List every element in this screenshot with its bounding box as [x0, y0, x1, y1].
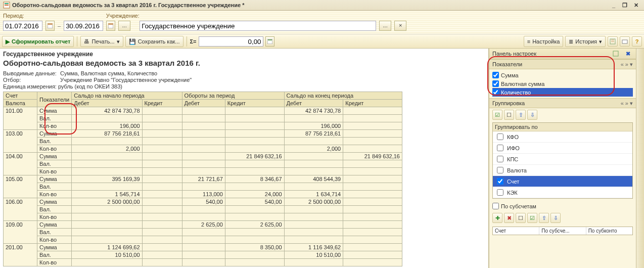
value-cell [284, 236, 343, 244]
group-label: КЭК [507, 190, 518, 196]
uncheck-all-icon[interactable]: ☐ [504, 110, 514, 120]
toggle2-icon[interactable]: ☑ [527, 213, 537, 223]
indicators-section-header[interactable]: Показатели « » ▾ [489, 59, 636, 69]
group-item[interactable]: КФО [493, 131, 632, 143]
value-cell [284, 221, 343, 229]
value-cell [182, 160, 225, 168]
institution-clear-button[interactable]: × [394, 21, 406, 31]
institution-input[interactable] [140, 21, 376, 31]
list-icon: ≣ [569, 38, 573, 45]
value-cell [72, 115, 142, 122]
scrollbar[interactable] [636, 49, 644, 268]
group-checkbox[interactable] [497, 156, 503, 162]
group-item[interactable]: Валюта [493, 165, 632, 176]
group-item[interactable]: ИФО [493, 143, 632, 154]
value-cell [284, 213, 343, 221]
group-label: КФО [507, 134, 519, 140]
delete-icon[interactable]: ✖ [504, 213, 514, 223]
indicator-cell: Сумма [37, 244, 72, 251]
calendar-from-button[interactable] [45, 21, 55, 31]
value-cell [343, 213, 402, 221]
value-cell [182, 153, 225, 160]
value-cell [284, 168, 343, 175]
value-cell: 21 849 632,16 [343, 153, 402, 160]
group-checkbox[interactable] [497, 133, 503, 140]
group-checkbox[interactable] [497, 167, 503, 173]
value-cell [343, 259, 402, 266]
col-end: Сальдо на конец периода [284, 92, 402, 100]
app-icon [3, 2, 10, 9]
up-icon[interactable]: ⇧ [539, 213, 549, 223]
indicator-cell: Кол-во [37, 168, 72, 175]
value-cell [225, 145, 284, 153]
add-icon[interactable]: ✚ [492, 213, 502, 223]
sum-calc-button[interactable] [265, 36, 274, 47]
account-cell: 109.00 [4, 221, 37, 244]
settings-panel: Панель настроек ✖ Показатели « » ▾ Сумма… [488, 49, 636, 268]
period-dash: – [58, 23, 61, 29]
settings-button[interactable]: ≡Настройка [524, 36, 564, 47]
move-up-icon[interactable]: ⇧ [516, 110, 526, 120]
history-button[interactable]: ≣История▾ [565, 36, 606, 47]
group-item[interactable]: КЭК [493, 187, 632, 198]
calendar-to-button[interactable] [106, 21, 115, 31]
filter-label: Отбор: [3, 77, 59, 83]
value-cell [142, 183, 182, 191]
chevron-down-icon: ▾ [599, 38, 602, 45]
value-cell [225, 160, 284, 168]
indicator-checkbox[interactable] [492, 72, 499, 78]
indicator-item[interactable]: Валютная сумма [492, 79, 633, 88]
group-item[interactable]: Счет [493, 176, 632, 187]
indicator-checkbox[interactable] [492, 80, 499, 87]
group-checkbox[interactable] [497, 145, 503, 151]
indicator-checkbox[interactable] [492, 89, 499, 96]
subacc-checkbox[interactable] [492, 203, 499, 209]
panel-close-icon[interactable]: ✖ [623, 49, 633, 59]
institution-select-button[interactable]: ... [379, 21, 391, 31]
form-report-button[interactable]: ▶Сформировать отчет [2, 36, 74, 47]
print-button[interactable]: 🖶Печать...▾ [80, 36, 123, 47]
down-icon[interactable]: ⇩ [550, 213, 561, 223]
group-item[interactable]: КПС [493, 154, 632, 165]
output-data-value: Сумма, Валютная сумма, Количество [60, 70, 157, 76]
window-title: Оборотно-сальдовая ведомость за 3 кварта… [12, 0, 244, 10]
value-cell [225, 236, 284, 244]
save-as-button[interactable]: 💾Сохранить как... [125, 36, 183, 47]
close-button[interactable]: ✕ [631, 0, 641, 10]
restore-button[interactable]: ❐ [620, 0, 630, 10]
col-currency: Валюта [4, 100, 37, 107]
toggle-icon[interactable]: ☐ [516, 213, 526, 223]
tool-icon-1[interactable] [608, 36, 618, 47]
help-button[interactable]: ? [632, 36, 642, 47]
value-cell [225, 138, 284, 145]
period-select-button[interactable]: ... [118, 21, 130, 31]
move-down-icon[interactable]: ⇩ [527, 110, 537, 120]
value-cell: 1 634,714 [284, 191, 343, 198]
grouping-section-header[interactable]: Группировка « » ▾ [489, 98, 636, 108]
value-cell [225, 183, 284, 191]
indicator-cell: Сумма [37, 130, 72, 138]
value-cell [343, 244, 402, 251]
account-cell: 105.00 [4, 175, 37, 198]
sum-input[interactable] [199, 36, 263, 47]
panel-tool-icon[interactable] [611, 49, 621, 59]
indicator-item[interactable]: Сумма [492, 71, 633, 79]
indicator-item[interactable]: Количество [492, 88, 633, 97]
col-ec: Кредит [343, 100, 402, 107]
value-cell [142, 251, 182, 259]
value-cell: 1 545,714 [72, 191, 142, 198]
value-cell [72, 236, 142, 244]
output-data-label: Выводимые данные: [3, 70, 59, 76]
svg-rect-11 [613, 51, 618, 56]
tool-icon-2[interactable] [620, 36, 630, 47]
group-checkbox[interactable] [497, 178, 503, 185]
date-to-input[interactable] [64, 21, 103, 31]
indicator-cell: Сумма [37, 175, 72, 183]
indicator-label: Валютная сумма [501, 81, 544, 87]
value-cell [142, 259, 182, 266]
minimize-button[interactable]: _ [609, 0, 619, 10]
check-all-icon[interactable]: ☑ [492, 110, 502, 120]
group-checkbox[interactable] [497, 189, 503, 196]
report-area: Государственное учреждение Оборотно-саль… [0, 49, 488, 268]
date-from-input[interactable] [3, 21, 42, 31]
